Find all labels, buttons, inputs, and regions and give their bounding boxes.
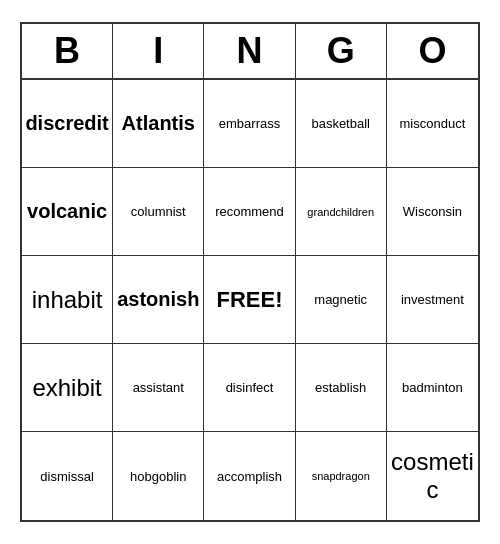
bingo-cell[interactable]: hobgoblin [113, 432, 204, 520]
bingo-cell[interactable]: embarrass [204, 80, 295, 168]
bingo-cell[interactable]: dismissal [22, 432, 113, 520]
bingo-cell[interactable]: snapdragon [296, 432, 387, 520]
bingo-cell[interactable]: badminton [387, 344, 478, 432]
bingo-cell[interactable]: FREE! [204, 256, 295, 344]
bingo-header: BINGO [22, 24, 478, 80]
header-letter: I [113, 24, 204, 78]
bingo-cell[interactable]: magnetic [296, 256, 387, 344]
header-letter: B [22, 24, 113, 78]
bingo-cell[interactable]: astonish [113, 256, 204, 344]
bingo-cell[interactable]: Wisconsin [387, 168, 478, 256]
bingo-cell[interactable]: investment [387, 256, 478, 344]
bingo-cell[interactable]: establish [296, 344, 387, 432]
bingo-cell[interactable]: inhabit [22, 256, 113, 344]
header-letter: O [387, 24, 478, 78]
bingo-cell[interactable]: disinfect [204, 344, 295, 432]
bingo-cell[interactable]: misconduct [387, 80, 478, 168]
bingo-cell[interactable]: cosmetic [387, 432, 478, 520]
bingo-cell[interactable]: columnist [113, 168, 204, 256]
bingo-cell[interactable]: discredit [22, 80, 113, 168]
bingo-cell[interactable]: recommend [204, 168, 295, 256]
bingo-cell[interactable]: assistant [113, 344, 204, 432]
bingo-card: BINGO discreditAtlantisembarrassbasketba… [20, 22, 480, 522]
header-letter: N [204, 24, 295, 78]
bingo-cell[interactable]: Atlantis [113, 80, 204, 168]
bingo-cell[interactable]: exhibit [22, 344, 113, 432]
bingo-cell[interactable]: accomplish [204, 432, 295, 520]
bingo-grid: discreditAtlantisembarrassbasketballmisc… [22, 80, 478, 520]
bingo-cell[interactable]: volcanic [22, 168, 113, 256]
bingo-cell[interactable]: grandchildren [296, 168, 387, 256]
header-letter: G [296, 24, 387, 78]
bingo-cell[interactable]: basketball [296, 80, 387, 168]
